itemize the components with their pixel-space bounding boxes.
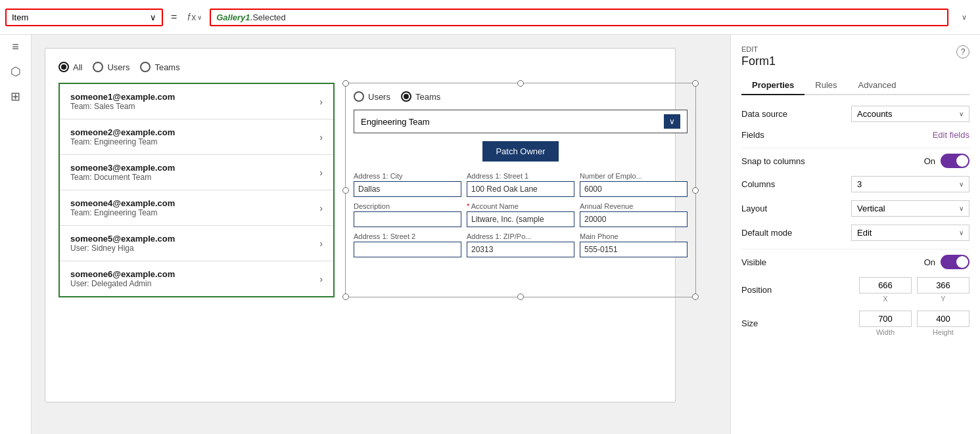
visible-value: On [924, 257, 935, 267]
size-width-field: Width [859, 311, 912, 336]
right-panel: EDIT Form1 ? Properties Rules Advanced D… [730, 35, 980, 434]
handle-tr[interactable] [692, 80, 699, 87]
team-dropdown-value: Engineering Team [361, 117, 430, 127]
gallery-item-3-team: Team: Engineering Team [70, 208, 175, 217]
size-height-field: Height [917, 311, 969, 336]
field-address-street1-input[interactable] [467, 181, 574, 197]
layout-row: Layout Vertical ∨ [741, 200, 969, 217]
gallery-item-1-chevron: › [319, 132, 323, 142]
field-annual-revenue-input[interactable] [580, 211, 688, 227]
layout-select[interactable]: Vertical ∨ [851, 200, 969, 217]
snap-toggle-knob [956, 155, 968, 167]
size-row: Size Width Height [741, 311, 969, 336]
field-num-employees-input[interactable] [580, 181, 688, 197]
columns-label: Columns [741, 179, 775, 189]
columns-select[interactable]: 3 ∨ [851, 176, 969, 192]
handle-ml[interactable] [342, 187, 349, 194]
gallery-item-2[interactable]: someone3@example.com Team: Document Team… [60, 155, 333, 190]
radio-teams[interactable]: Teams [140, 62, 179, 72]
hamburger-icon[interactable]: ≡ [12, 40, 19, 54]
handle-bl[interactable] [342, 293, 349, 300]
main-area: ≡ ⬡ ⊞ All Users Teams [0, 35, 980, 434]
help-icon[interactable]: ? [956, 45, 969, 58]
handle-br[interactable] [692, 293, 699, 300]
field-zip-input[interactable] [467, 242, 574, 257]
handle-bm[interactable] [517, 293, 524, 300]
data-source-select[interactable]: Accounts ∨ [851, 106, 969, 122]
item-select-label: Item [12, 12, 28, 22]
radio-users[interactable]: Users [93, 62, 129, 72]
field-account-name-input[interactable] [467, 211, 574, 227]
handle-tm[interactable] [517, 80, 524, 87]
field-main-phone-input[interactable] [580, 242, 688, 257]
form-title: Form1 [741, 54, 776, 68]
gallery-item-3[interactable]: someone4@example.com Team: Engineering T… [60, 190, 333, 226]
top-radio-group: All Users Teams [58, 62, 662, 72]
gallery-item-5-text: someone6@example.com User: Delegated Adm… [70, 269, 175, 288]
item-select[interactable]: Item ∨ [5, 9, 163, 26]
gallery-item-1[interactable]: someone2@example.com Team: Engineering T… [60, 119, 333, 155]
radio-teams-label: Teams [154, 62, 179, 72]
fx-button[interactable]: fx ∨ [185, 12, 204, 22]
gallery-item-4[interactable]: someone5@example.com User: Sidney Higa › [60, 226, 333, 261]
size-width-input[interactable] [859, 311, 912, 327]
layout-label: Layout [741, 204, 767, 213]
patch-owner-button[interactable]: Patch Owner [482, 141, 558, 162]
size-height-label: Height [933, 328, 954, 336]
gallery-item-3-text: someone4@example.com Team: Engineering T… [70, 198, 175, 217]
default-mode-row: Default mode Edit ∨ [741, 225, 969, 241]
data-source-label: Data source [741, 109, 787, 119]
tab-properties[interactable]: Properties [741, 76, 805, 95]
handle-tl[interactable] [342, 80, 349, 87]
size-width-label: Width [876, 328, 895, 336]
field-address-city: Address 1: City [354, 172, 461, 197]
gallery-item-1-email: someone2@example.com [70, 127, 175, 137]
gallery-item-2-chevron: › [319, 167, 323, 178]
field-account-name-label: Account Name [467, 202, 574, 210]
gallery-item-0-email: someone1@example.com [70, 92, 175, 102]
position-row: Position X Y [741, 277, 969, 303]
gallery-item-0-chevron: › [319, 97, 323, 107]
form-radio-group: Users Teams [354, 91, 688, 102]
gallery-item-5[interactable]: someone6@example.com User: Delegated Adm… [60, 261, 333, 296]
tab-advanced[interactable]: Advanced [848, 76, 907, 95]
layers-icon[interactable]: ⬡ [11, 64, 21, 79]
formula-bar[interactable]: Gallery1 .Selected [210, 9, 948, 26]
form-radio-users-label: Users [368, 92, 390, 102]
position-fields: X Y [859, 277, 969, 303]
default-mode-arrow: ∨ [959, 229, 964, 236]
position-x-input[interactable] [859, 277, 912, 293]
gallery-item-2-email: someone3@example.com [70, 163, 175, 173]
gallery-item-4-text: someone5@example.com User: Sidney Higa [70, 234, 175, 253]
field-annual-revenue: Annual Revenue [580, 202, 688, 227]
form-radio-teams[interactable]: Teams [401, 91, 440, 102]
position-y-input[interactable] [917, 277, 969, 293]
fields-row: Fields Edit fields [741, 130, 969, 140]
team-dropdown[interactable]: Engineering Team ∨ [354, 110, 688, 133]
visible-toggle-knob [956, 256, 968, 268]
edit-fields-link[interactable]: Edit fields [933, 130, 969, 140]
size-label: Size [741, 318, 758, 328]
form-panel: Users Teams Engineering Team ∨ Patch Own… [345, 83, 696, 297]
size-height-input[interactable] [917, 311, 969, 327]
gallery-item-0[interactable]: someone1@example.com Team: Sales Team › [60, 84, 333, 119]
radio-all[interactable]: All [58, 62, 82, 72]
handle-mr[interactable] [692, 187, 699, 194]
field-description-input[interactable] [354, 211, 461, 227]
snap-row: Snap to columns On [741, 154, 969, 168]
field-address-street2: Address 1: Street 2 [354, 232, 461, 257]
snap-toggle[interactable] [941, 154, 969, 168]
gallery-item-4-team: User: Sidney Higa [70, 244, 175, 253]
tab-rules[interactable]: Rules [805, 76, 847, 95]
radio-teams-circle [140, 62, 151, 72]
default-mode-select[interactable]: Edit ∨ [851, 225, 969, 241]
field-zip-label: Address 1: ZIP/Po... [467, 232, 574, 240]
field-address-street2-input[interactable] [354, 242, 461, 257]
field-address-city-input[interactable] [354, 181, 461, 197]
grid-icon[interactable]: ⊞ [11, 89, 20, 104]
gallery-item-0-text: someone1@example.com Team: Sales Team [70, 92, 175, 111]
form-radio-teams-circle [401, 91, 411, 102]
form-radio-users[interactable]: Users [354, 91, 390, 102]
visible-toggle[interactable] [941, 255, 969, 269]
gallery-item-5-email: someone6@example.com [70, 269, 175, 279]
